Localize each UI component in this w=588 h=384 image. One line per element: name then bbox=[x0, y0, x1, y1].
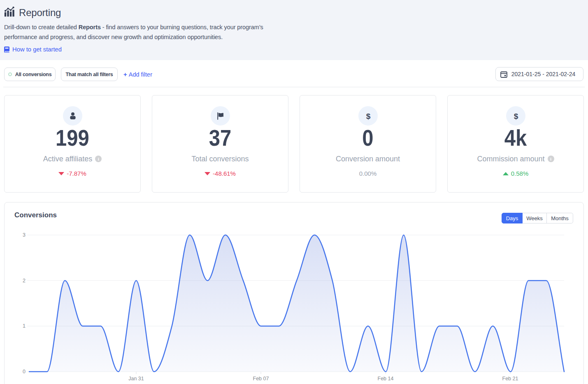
svg-text:$: $ bbox=[366, 112, 370, 120]
svg-text:$: $ bbox=[514, 112, 518, 120]
